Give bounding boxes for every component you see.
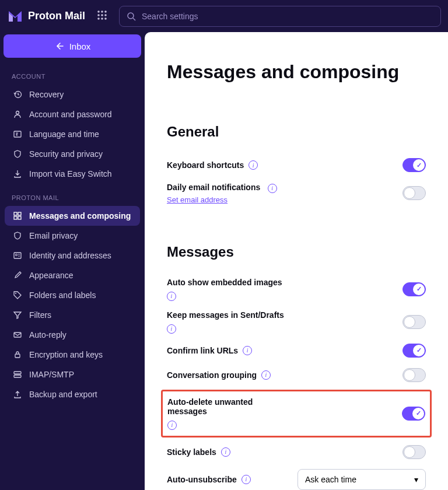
svg-point-6 xyxy=(97,18,100,20)
svg-rect-23 xyxy=(14,372,21,374)
info-icon[interactable]: i xyxy=(249,160,258,170)
proton-mail-logo-icon xyxy=(7,8,23,24)
set-email-address-link[interactable]: Set email address xyxy=(167,195,277,204)
svg-rect-15 xyxy=(18,212,21,215)
setting-auto-unsubscribe: Auto-unsubscribe i Ask each time ▾ xyxy=(167,464,426,491)
sidebar-item-label: Account and password xyxy=(29,110,112,119)
info-icon[interactable]: i xyxy=(268,184,277,193)
setting-label: Auto show embedded images xyxy=(167,278,282,287)
search-settings-input[interactable] xyxy=(142,12,433,21)
sidebar-item-label: Encryption and keys xyxy=(29,350,103,359)
svg-point-20 xyxy=(15,293,16,294)
svg-rect-18 xyxy=(14,253,21,258)
grid-icon xyxy=(13,211,22,220)
svg-point-3 xyxy=(97,14,100,16)
funnel-icon xyxy=(13,310,22,320)
sidebar-item-appearance[interactable]: Appearance xyxy=(5,265,140,285)
svg-point-9 xyxy=(128,13,134,19)
chevron-down-icon: ▾ xyxy=(414,475,418,484)
svg-rect-13 xyxy=(14,131,21,137)
sidebar-item-label: Filters xyxy=(29,310,51,320)
info-icon[interactable]: i xyxy=(243,346,252,355)
setting-label: Auto-delete unwanted messages xyxy=(167,397,272,416)
info-icon[interactable]: i xyxy=(261,370,271,380)
sidebar-item-label: Recovery xyxy=(29,90,64,99)
setting-label: Auto-unsubscribe xyxy=(167,475,237,484)
svg-rect-17 xyxy=(18,216,21,219)
svg-point-8 xyxy=(104,18,107,20)
setting-label: Conversation grouping xyxy=(167,370,257,380)
section-label-account: ACCOUNT xyxy=(4,68,141,85)
setting-label: Keep messages in Sent/Drafts xyxy=(167,310,284,320)
product-name: Proton Mail xyxy=(28,10,85,22)
setting-auto-delete: Auto-delete unwanted messages i ✓ xyxy=(161,390,432,438)
sidebar-item-folders-labels[interactable]: Folders and labels xyxy=(5,285,140,305)
sidebar-item-import[interactable]: Import via Easy Switch xyxy=(5,164,140,184)
svg-point-4 xyxy=(101,14,103,16)
search-icon xyxy=(127,12,136,21)
sticky-labels-toggle[interactable] xyxy=(402,445,426,459)
section-label-protonmail: PROTON MAIL xyxy=(4,190,141,206)
svg-rect-22 xyxy=(15,354,20,358)
import-icon xyxy=(13,169,22,178)
apps-grid-icon xyxy=(97,10,107,20)
sidebar-item-label: Security and privacy xyxy=(29,149,103,159)
sidebar-item-label: Folders and labels xyxy=(29,290,96,300)
sidebar-item-encryption-keys[interactable]: Encryption and keys xyxy=(5,345,140,365)
setting-label: Sticky labels xyxy=(167,447,216,457)
svg-point-19 xyxy=(16,254,18,256)
select-value: Ask each time xyxy=(305,475,356,484)
sidebar-item-auto-reply[interactable]: Auto-reply xyxy=(5,325,140,345)
info-icon[interactable]: i xyxy=(167,292,176,301)
svg-point-12 xyxy=(16,111,19,114)
sidebar-item-backup-export[interactable]: Backup and export xyxy=(5,384,140,404)
sidebar-item-account-password[interactable]: Account and password xyxy=(5,104,140,124)
sidebar-item-email-privacy[interactable]: Email privacy xyxy=(5,226,140,246)
svg-point-1 xyxy=(101,10,103,13)
tag-icon xyxy=(13,290,22,300)
daily-notifications-toggle[interactable] xyxy=(402,186,426,200)
svg-point-5 xyxy=(104,14,107,16)
setting-daily-notifications: Daily email notifications i Set email ad… xyxy=(167,177,426,209)
proton-logo[interactable]: Proton Mail xyxy=(7,8,85,24)
auto-delete-toggle[interactable]: ✓ xyxy=(402,407,425,421)
keep-sent-drafts-toggle[interactable] xyxy=(402,315,426,329)
section-heading-general: General xyxy=(167,124,426,140)
sidebar-item-messages-composing[interactable]: Messages and composing xyxy=(5,206,140,226)
sidebar-item-label: Email privacy xyxy=(29,231,78,240)
reply-icon xyxy=(13,330,22,340)
keyboard-shortcuts-toggle[interactable]: ✓ xyxy=(402,158,426,172)
auto-show-images-toggle[interactable]: ✓ xyxy=(402,282,426,296)
confirm-urls-toggle[interactable]: ✓ xyxy=(402,344,426,358)
inbox-label: Inbox xyxy=(69,41,91,51)
section-heading-messages: Messages xyxy=(167,244,426,260)
language-icon xyxy=(13,130,22,139)
auto-unsubscribe-select[interactable]: Ask each time ▾ xyxy=(298,469,426,490)
sidebar-item-imap-smtp[interactable]: IMAP/SMTP xyxy=(5,365,140,384)
export-icon xyxy=(13,390,22,399)
info-icon[interactable]: i xyxy=(242,475,251,484)
sidebar-item-recovery[interactable]: Recovery xyxy=(5,85,140,104)
svg-rect-16 xyxy=(14,216,17,219)
paintbrush-icon xyxy=(13,271,22,280)
inbox-button[interactable]: Inbox xyxy=(4,34,141,58)
info-icon[interactable]: i xyxy=(167,324,176,334)
setting-keyboard-shortcuts: Keyboard shortcuts i ✓ xyxy=(167,153,426,177)
info-icon[interactable]: i xyxy=(167,421,177,430)
sidebar-item-label: IMAP/SMTP xyxy=(29,370,74,379)
info-icon[interactable]: i xyxy=(221,447,230,457)
sidebar-item-identity-addresses[interactable]: Identity and addresses xyxy=(5,246,140,265)
sidebar-item-language-time[interactable]: Language and time xyxy=(5,124,140,144)
conversation-grouping-toggle[interactable] xyxy=(402,368,426,382)
setting-auto-show-images: Auto show embedded images i ✓ xyxy=(167,273,426,306)
id-card-icon xyxy=(13,251,22,260)
svg-point-7 xyxy=(101,18,103,20)
server-icon xyxy=(13,370,22,379)
settings-sidebar: Inbox ACCOUNT Recovery Account and passw… xyxy=(0,32,145,490)
search-settings-bar[interactable] xyxy=(119,6,441,27)
sidebar-item-label: Language and time xyxy=(29,130,99,139)
sidebar-item-security-privacy[interactable]: Security and privacy xyxy=(5,144,140,164)
sidebar-item-filters[interactable]: Filters xyxy=(5,305,140,325)
apps-grid-button[interactable] xyxy=(93,6,111,26)
svg-rect-24 xyxy=(14,375,21,377)
